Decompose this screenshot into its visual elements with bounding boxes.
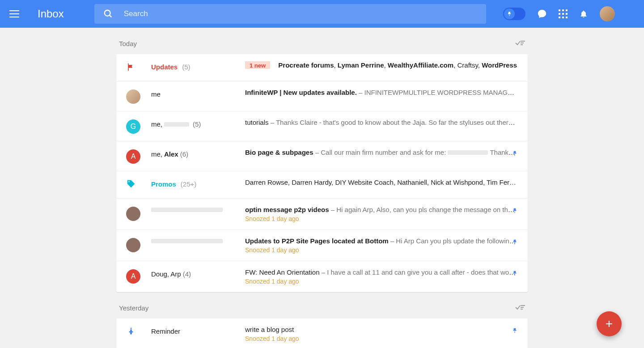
svg-line-1 (109, 15, 111, 17)
email-subject: optin message p2p videos (245, 206, 329, 213)
pin-icon[interactable] (512, 269, 518, 279)
sweep-icon[interactable] (515, 39, 525, 48)
redacted-text (448, 150, 488, 155)
new-badge: 1 new (245, 61, 270, 69)
bundle-promos[interactable]: Promos(25+) Darren Rowse, Darren Hardy, … (116, 171, 528, 199)
sender-avatar (126, 238, 140, 252)
bundle-label: Promos (151, 180, 176, 188)
search-box[interactable] (94, 4, 486, 24)
svg-rect-10 (566, 17, 568, 18)
yesterday-card: Reminder write a blog post Snoozed 1 day… (116, 318, 528, 348)
main-content: Today Updates(5) 1 new Procreate forums,… (107, 28, 537, 348)
compose-button[interactable]: + (597, 311, 622, 336)
bundle-label: Updates (151, 63, 178, 71)
email-row[interactable]: optin message p2p videos – Hi again Arp,… (116, 199, 528, 230)
section-label: Yesterday (119, 304, 148, 312)
email-subject: InfiniteWP | New updates available. (245, 89, 357, 96)
header-actions (503, 6, 615, 21)
sender-avatar (126, 89, 140, 104)
app-header: Inbox (0, 0, 644, 28)
email-preview: – Hi again Arp, Also, can you pls change… (329, 206, 518, 213)
promos-senders: Darren Rowse, Darren Hardy, DIY Website … (245, 178, 518, 186)
notifications-icon[interactable] (579, 9, 588, 19)
section-header-today: Today (116, 28, 528, 54)
app-logo[interactable]: Inbox (38, 8, 64, 20)
section-header-yesterday: Yesterday (116, 292, 528, 318)
email-row[interactable]: A me, Alex (6) Bio page & subpages – Cal… (116, 141, 528, 171)
email-row[interactable]: G me, (5) tutorials – Thanks Claire - th… (116, 111, 528, 141)
sender-avatar: G (126, 119, 140, 134)
svg-rect-5 (559, 13, 560, 15)
reminder-subject: write a blog post (245, 326, 518, 333)
apps-icon[interactable] (559, 9, 568, 18)
chat-icon[interactable] (537, 9, 547, 19)
snoozed-label: Snoozed 1 day ago (245, 278, 518, 285)
svg-point-0 (104, 10, 110, 16)
pin-toggle[interactable] (503, 8, 525, 20)
sender-avatar (126, 207, 140, 221)
pin-icon[interactable] (512, 238, 518, 248)
redacted-text (164, 122, 189, 127)
svg-rect-9 (562, 17, 564, 18)
bundle-count: (5) (182, 63, 190, 71)
flag-icon (126, 62, 135, 74)
email-subject: Updates to P2P Site Pages located at Bot… (245, 237, 389, 245)
section-label: Today (119, 40, 137, 47)
hamburger-menu-icon[interactable] (8, 8, 21, 20)
tag-icon (126, 179, 136, 191)
email-subject: FW: Need An Orientation (245, 268, 319, 276)
email-subject: tutorials (245, 119, 269, 126)
email-preview: – INFINITEWPMULTIPLE WORDPRESS MANAGEMEN… (359, 89, 518, 96)
reminder-row[interactable]: Reminder write a blog post Snoozed 1 day… (116, 318, 528, 348)
snoozed-label: Snoozed 1 day ago (245, 215, 518, 222)
pin-icon[interactable] (512, 149, 518, 159)
email-row[interactable]: Updates to P2P Site Pages located at Bot… (116, 230, 528, 261)
email-preview: – Thanks Claire - that's good to know ab… (269, 119, 518, 126)
account-avatar[interactable] (600, 6, 615, 21)
email-row[interactable]: me InfiniteWP | New updates available. –… (116, 81, 528, 111)
redacted-text (151, 208, 223, 212)
snoozed-label: Snoozed 1 day ago (245, 335, 518, 342)
svg-rect-3 (562, 9, 564, 11)
sender-name: me (151, 90, 161, 98)
bundle-updates[interactable]: Updates(5) 1 new Procreate forums, Lyman… (116, 54, 528, 81)
email-preview: – I have a call at 11 and can give you a… (319, 268, 518, 276)
search-icon (103, 9, 113, 19)
svg-rect-7 (566, 13, 568, 15)
pin-icon[interactable] (512, 207, 518, 216)
svg-rect-2 (559, 9, 560, 11)
svg-rect-6 (562, 13, 564, 15)
snoozed-label: Snoozed 1 day ago (245, 246, 518, 254)
plus-icon: + (606, 317, 613, 331)
reminder-icon (126, 327, 136, 338)
reminder-label: Reminder (151, 327, 180, 335)
search-input[interactable] (124, 9, 477, 18)
sender-avatar: A (126, 269, 140, 284)
svg-rect-8 (559, 17, 560, 18)
sender-avatar: A (126, 149, 140, 164)
email-subject: Bio page & subpages (245, 149, 314, 156)
today-card: Updates(5) 1 new Procreate forums, Lyman… (116, 54, 528, 292)
sweep-icon[interactable] (515, 304, 525, 312)
redacted-text (151, 239, 223, 243)
email-preview: – Hi Arp Can you pls update the followin… (389, 237, 518, 245)
email-row[interactable]: A Doug, Arp (4) FW: Need An Orientation … (116, 261, 528, 292)
pin-icon[interactable] (512, 327, 518, 336)
svg-rect-4 (566, 9, 568, 11)
